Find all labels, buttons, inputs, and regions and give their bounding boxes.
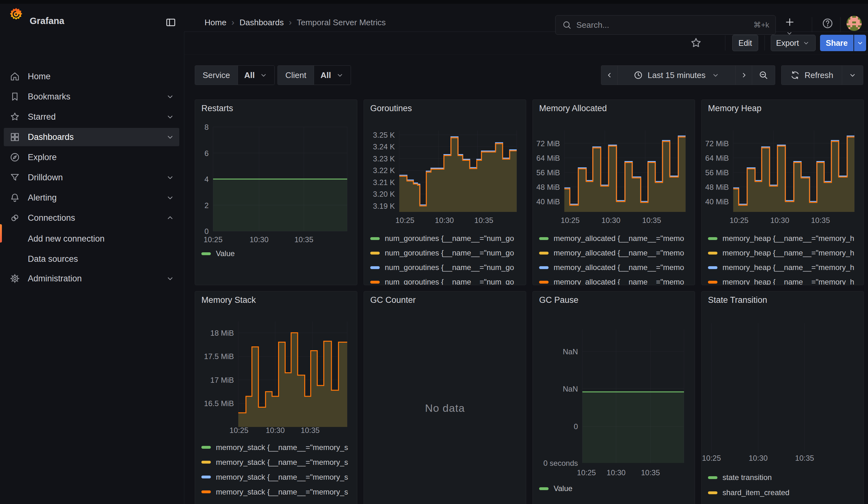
sidebar-item-home[interactable]: Home xyxy=(4,67,179,85)
sidebar-item-connections[interactable]: Connections xyxy=(4,209,179,227)
legend-item[interactable]: state transition xyxy=(708,470,789,485)
service-filter-value[interactable]: All xyxy=(238,66,274,85)
panel-title[interactable]: Memory Stack xyxy=(202,295,256,305)
sidebar-item-drilldown[interactable]: Drilldown xyxy=(4,168,179,187)
panel-title[interactable]: GC Pause xyxy=(539,295,579,305)
help-button[interactable] xyxy=(821,17,834,30)
breadcrumb-current: Temporal Server Metrics xyxy=(297,18,386,28)
legend-label: state transition xyxy=(723,473,772,482)
svg-text:3.19 K: 3.19 K xyxy=(373,202,395,210)
legend-item[interactable]: memory_allocated {__name__="memo xyxy=(539,260,684,275)
avatar[interactable] xyxy=(847,16,862,31)
chevron-down-icon[interactable] xyxy=(165,193,175,203)
sidebar-item-dashboards[interactable]: Dashboards xyxy=(4,128,179,146)
panel-title[interactable]: State Transition xyxy=(708,295,767,305)
svg-text:10:35: 10:35 xyxy=(641,468,660,477)
legend-marker xyxy=(539,281,549,284)
svg-text:48 MiB: 48 MiB xyxy=(536,183,560,192)
grafana-logo-icon[interactable] xyxy=(9,7,23,21)
share-button[interactable]: Share xyxy=(820,35,854,51)
legend-marker xyxy=(708,266,717,269)
svg-text:56 MiB: 56 MiB xyxy=(536,168,560,177)
favorite-button[interactable] xyxy=(690,37,702,49)
sidebar-item-administration[interactable]: Administration xyxy=(4,269,179,288)
panel-title[interactable]: Memory Allocated xyxy=(539,104,607,113)
legend-label: memory_allocated {__name__="memo xyxy=(554,263,684,272)
legend-marker xyxy=(202,491,211,493)
legend-marker xyxy=(370,281,380,284)
legend-item[interactable]: memory_heap {__name__="memory_h xyxy=(708,275,854,285)
legend-label: Value xyxy=(554,484,572,493)
svg-text:0: 0 xyxy=(574,422,578,431)
panel-memory-heap: Memory Heap72 MiB64 MiB56 MiB48 MiB40 Mi… xyxy=(701,100,864,285)
sidebar-item-data-sources[interactable]: Data sources xyxy=(4,250,179,268)
legend-item[interactable]: memory_allocated {__name__="memo xyxy=(539,275,684,285)
chevron-down-icon xyxy=(711,71,720,80)
legend-item[interactable]: memory_allocated {__name__="memo xyxy=(539,231,684,246)
sidebar-item-label: Data sources xyxy=(28,254,78,264)
refresh-button[interactable]: Refresh xyxy=(782,66,842,85)
legend-item[interactable]: Value xyxy=(539,481,572,496)
client-filter-value[interactable]: All xyxy=(314,66,350,85)
breadcrumb-home[interactable]: Home xyxy=(205,18,226,28)
question-circle-icon xyxy=(821,17,834,30)
chevron-down-icon[interactable] xyxy=(165,274,175,283)
legend-item[interactable]: memory_stack {__name__="memory_s xyxy=(202,455,348,470)
chevron-down-icon[interactable] xyxy=(165,173,175,182)
legend-item[interactable]: memory_heap {__name__="memory_h xyxy=(708,246,854,260)
svg-text:10:35: 10:35 xyxy=(811,216,830,225)
sidebar-item-add-new-connection[interactable]: Add new connection xyxy=(4,229,179,248)
time-shift-back-button[interactable] xyxy=(601,66,618,85)
legend-item[interactable]: memory_heap {__name__="memory_h xyxy=(708,231,854,246)
legend-item[interactable]: num_goroutines {__name__="num_go xyxy=(370,260,514,275)
export-button[interactable]: Export xyxy=(771,35,816,51)
legend-item[interactable]: num_goroutines {__name__="num_go xyxy=(370,246,514,260)
panel-title[interactable]: Goroutines xyxy=(370,104,412,113)
service-filter[interactable]: Service All xyxy=(195,65,275,85)
panel-title[interactable]: Memory Heap xyxy=(708,104,762,113)
legend-item[interactable]: shard_item_created xyxy=(708,485,789,500)
legend-item[interactable]: memory_stack {__name__="memory_s xyxy=(202,440,348,455)
refresh-controls: Refresh xyxy=(781,65,863,85)
legend-item[interactable]: memory_stack {__name__="memory_s xyxy=(202,470,348,484)
legend-item[interactable]: num_goroutines {__name__="num_go xyxy=(370,231,514,246)
chevron-up-icon[interactable] xyxy=(165,213,175,223)
sidebar-item-alerting[interactable]: Alerting xyxy=(4,188,179,207)
sidebar-item-explore[interactable]: Explore xyxy=(4,148,179,166)
chevron-down-icon[interactable] xyxy=(165,92,175,101)
legend-item[interactable]: memory_allocated {__name__="memo xyxy=(539,246,684,260)
star-icon xyxy=(690,37,702,49)
svg-text:3.21 K: 3.21 K xyxy=(373,178,395,187)
drilldown-icon xyxy=(9,172,20,183)
chart-gc-pause[interactable]: NaNNaN00 seconds10:2510:3010:35 xyxy=(533,291,695,504)
svg-text:3.25 K: 3.25 K xyxy=(373,131,395,139)
panel-title[interactable]: Restarts xyxy=(202,104,233,113)
legend-item[interactable]: Value xyxy=(202,246,235,261)
zoom-out-button[interactable] xyxy=(752,66,775,85)
sidebar-item-bookmarks[interactable]: Bookmarks xyxy=(4,88,179,106)
time-range-picker[interactable]: Last 15 minutes xyxy=(618,66,736,85)
client-filter[interactable]: Client All xyxy=(277,65,351,85)
svg-text:10:35: 10:35 xyxy=(301,426,320,434)
time-shift-forward-button[interactable] xyxy=(736,66,752,85)
svg-text:10:30: 10:30 xyxy=(749,454,768,462)
edit-button[interactable]: Edit xyxy=(732,35,758,51)
legend-item[interactable]: memory_heap {__name__="memory_h xyxy=(708,260,854,275)
dock-sidebar-icon[interactable] xyxy=(165,17,177,28)
breadcrumb-dashboards[interactable]: Dashboards xyxy=(240,18,284,28)
refresh-interval-button[interactable] xyxy=(842,66,863,85)
svg-text:10:25: 10:25 xyxy=(229,426,248,434)
add-new-button[interactable] xyxy=(784,17,806,28)
refresh-label: Refresh xyxy=(805,70,833,80)
share-menu-button[interactable] xyxy=(854,35,866,51)
breadcrumb-separator: › xyxy=(226,17,239,28)
panel-gc-pause: GC PauseNaNNaN00 seconds10:2510:3010:35V… xyxy=(533,291,695,504)
sidebar-item-starred[interactable]: Starred xyxy=(4,108,179,126)
legend-item[interactable]: num_goroutines {__name__="num_go xyxy=(370,275,514,285)
chevron-down-icon[interactable] xyxy=(165,132,175,142)
panel-legend: memory_stack {__name__="memory_smemory_s… xyxy=(202,440,348,499)
panel-title[interactable]: GC Counter xyxy=(370,295,416,305)
sidebar-item-label: Connections xyxy=(28,213,75,223)
legend-item[interactable]: memory_stack {__name__="memory_s xyxy=(202,484,348,499)
chevron-down-icon[interactable] xyxy=(165,112,175,122)
